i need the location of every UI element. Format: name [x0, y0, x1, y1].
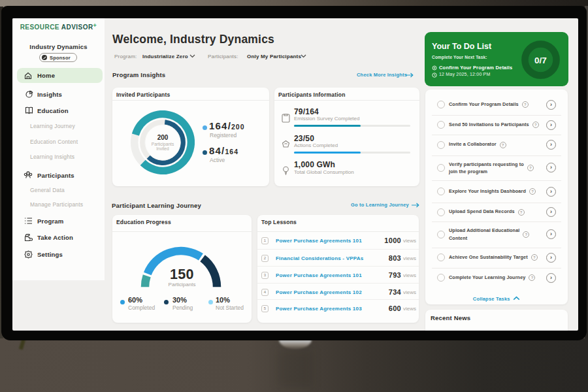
svg-text:Invited: Invited: [156, 146, 169, 151]
svg-text:200: 200: [157, 134, 169, 141]
svg-text:0/7: 0/7: [534, 56, 547, 65]
